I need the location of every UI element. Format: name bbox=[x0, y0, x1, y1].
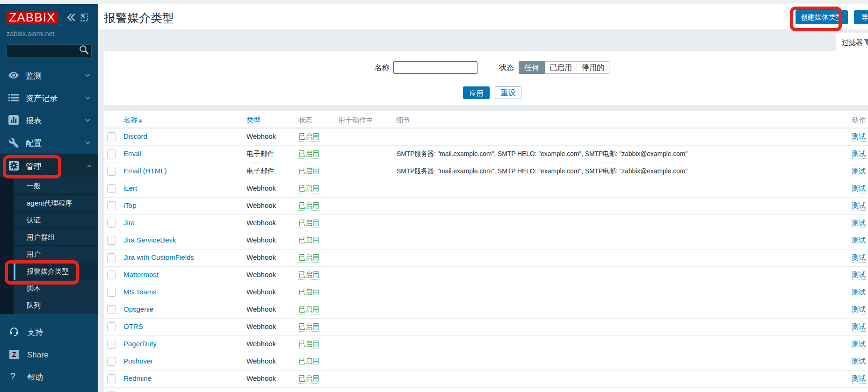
svg-text:Z: Z bbox=[12, 351, 16, 358]
